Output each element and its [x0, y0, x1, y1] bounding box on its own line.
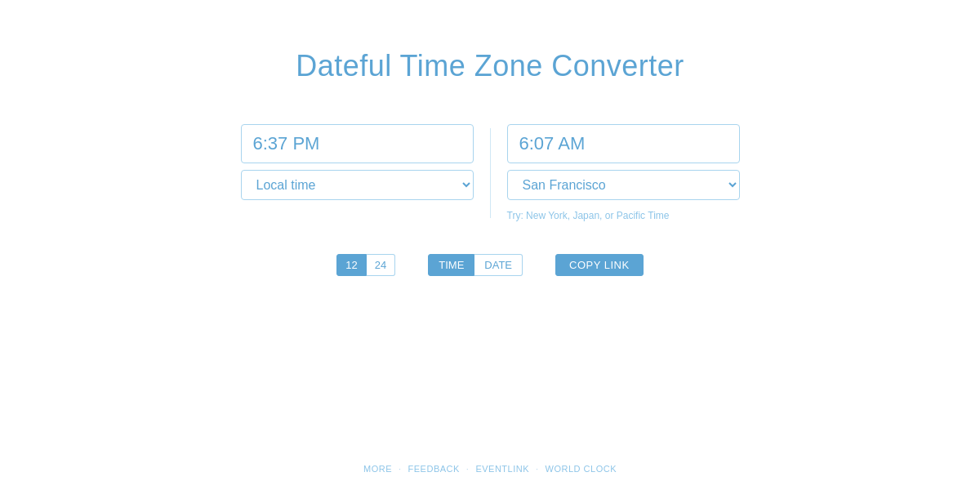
footer-worldclock-link[interactable]: WORLD CLOCK — [546, 464, 617, 474]
footer-eventlink-link[interactable]: EVENTLINK — [475, 464, 529, 474]
left-time-input[interactable] — [241, 124, 474, 163]
column-divider — [490, 128, 491, 218]
converter-section: Local time UTC New York London Tokyo San… — [241, 124, 740, 221]
left-timezone-select[interactable]: Local time UTC New York London Tokyo — [241, 170, 474, 200]
footer-feedback-link[interactable]: FEEDBACK — [408, 464, 460, 474]
left-column: Local time UTC New York London Tokyo — [241, 124, 474, 200]
footer-dot-3: · — [536, 464, 539, 474]
time-date-group: TIME DATE — [428, 254, 523, 276]
page-title: Dateful Time Zone Converter — [296, 49, 684, 83]
footer-more-link[interactable]: MORE — [363, 464, 392, 474]
hour-12-button[interactable]: 12 — [336, 254, 366, 276]
copy-link-button[interactable]: COPY LINK — [555, 254, 644, 276]
footer-dot-2: · — [466, 464, 470, 474]
hour-24-button[interactable]: 24 — [367, 254, 395, 276]
right-time-input[interactable] — [507, 124, 740, 163]
controls-section: 12 24 TIME DATE COPY LINK — [336, 254, 643, 276]
footer-dot-1: · — [399, 464, 402, 474]
timezone-hint: Try: New York, Japan, or Pacific Time — [507, 210, 740, 221]
right-timezone-select[interactable]: San Francisco New York London Tokyo Paci… — [507, 170, 740, 200]
footer: MORE · FEEDBACK · EVENTLINK · WORLD CLOC… — [0, 464, 980, 474]
hour-format-group: 12 24 — [336, 254, 395, 276]
time-button[interactable]: TIME — [428, 254, 474, 276]
right-column: San Francisco New York London Tokyo Paci… — [507, 124, 740, 221]
date-button[interactable]: DATE — [474, 254, 523, 276]
